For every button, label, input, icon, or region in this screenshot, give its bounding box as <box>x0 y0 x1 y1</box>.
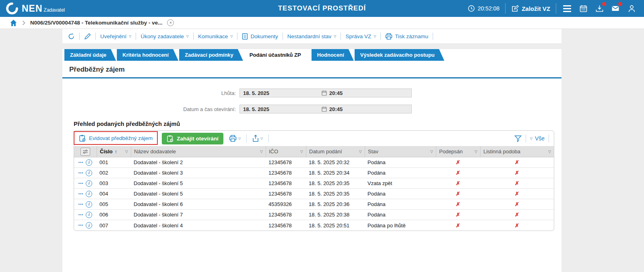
download-tray-icon <box>595 4 604 13</box>
opening-field[interactable]: 18. 5. 2025 20:45 <box>239 105 412 113</box>
start-opening-button[interactable]: Zahájit otevírání <box>162 133 223 144</box>
info-icon[interactable]: i <box>86 180 92 187</box>
cell-datum-podani: 18. 5. 2025 20:51 <box>306 220 365 231</box>
col-datum-podani[interactable]: Datum podání ▽ <box>306 146 365 157</box>
cross-icon: ✗ <box>515 180 519 186</box>
cell-datum-podani: 18. 5. 2025 20:32 <box>306 157 365 168</box>
cross-icon: ✗ <box>456 159 460 165</box>
cross-icon: ✗ <box>515 223 519 229</box>
clock-time: 20:52:08 <box>478 5 500 12</box>
cell-nazev-dodavatele: Dodavatel - školení 3 <box>131 168 266 178</box>
menu-komunikace[interactable]: Komunikace ▽ <box>198 33 233 39</box>
tab-hodnoceni[interactable]: Hodnocení <box>312 49 354 61</box>
column-filter-icon[interactable]: ▽ <box>298 150 303 154</box>
column-settings-icon <box>83 149 88 154</box>
col-ico[interactable]: IČO ▽ <box>266 146 306 157</box>
tab-zakladni-udaje[interactable]: Základní údaje <box>64 49 116 61</box>
menu-uverejneni[interactable]: Uveřejnění ▽ <box>100 33 131 39</box>
print-list-button[interactable]: ▽ <box>229 135 241 142</box>
cell-ico: 45359326 <box>266 199 306 210</box>
export-button[interactable]: ▽ <box>252 135 263 142</box>
filter-all-dropdown[interactable]: ▽ Vše <box>530 135 545 142</box>
row-menu-icon[interactable]: ••• <box>78 202 83 206</box>
table-header: Číslo ↑ ▽ Název dodavatele ▽ IČO ▽ Datum… <box>74 146 554 157</box>
main-menu-button[interactable] <box>562 3 572 14</box>
col-stav[interactable]: Stav ▽ <box>365 146 436 157</box>
deadline-time-value[interactable]: 20:45 <box>327 90 343 96</box>
cell-stav: Podána po lhůtě <box>365 220 436 231</box>
cross-icon: ✗ <box>515 170 519 176</box>
row-menu-icon[interactable]: ••• <box>78 213 83 217</box>
col-cislo[interactable]: Číslo ↑ ▽ <box>97 146 131 157</box>
cross-icon: ✗ <box>456 201 460 207</box>
cell-cislo: 005 <box>97 199 131 210</box>
row-menu-icon[interactable]: ••• <box>78 192 83 196</box>
table-row: ••• i 006 Dodavatel - školení 7 12345678… <box>74 210 554 220</box>
cell-nazev-dodavatele: Dodavatel - školení 7 <box>131 210 266 220</box>
info-icon[interactable]: i <box>86 222 92 229</box>
info-icon[interactable]: i <box>86 170 92 176</box>
opening-label: Datum a čas otevírání: <box>62 106 239 112</box>
cross-icon: ✗ <box>456 170 460 176</box>
calendar-small-icon[interactable] <box>322 90 327 96</box>
column-filter-icon[interactable]: ▽ <box>472 150 477 154</box>
filter-button[interactable] <box>514 135 522 142</box>
column-filter-icon[interactable]: ▽ <box>357 150 362 154</box>
deadline-date-value[interactable]: 18. 5. 2025 <box>240 90 322 96</box>
menu-dokumenty[interactable]: Dokumenty <box>242 33 278 40</box>
opening-date-value[interactable]: 18. 5. 2025 <box>240 106 322 112</box>
nen-logo[interactable]: NEN Zadavatel <box>6 2 65 15</box>
messages-button[interactable] <box>610 3 621 14</box>
tab-kriteria-hodnoceni[interactable]: Kritéria hodnocení <box>117 49 178 61</box>
table-row: ••• i 003 Dodavatel - školení 5 12345678… <box>74 178 554 189</box>
table-row: ••• i 001 Dodavatel - školení 2 12345678… <box>74 157 554 168</box>
home-icon[interactable] <box>10 19 17 27</box>
chevron-down-icon: ▽ <box>186 34 189 38</box>
column-filter-icon[interactable]: ▽ <box>428 150 433 154</box>
col-podepsan[interactable]: Podepsán ▽ <box>436 146 480 157</box>
col-listinna-podoba[interactable]: Listinná podoba ▽ <box>480 146 554 157</box>
row-menu-icon[interactable]: ••• <box>78 181 83 185</box>
downloads-button[interactable] <box>594 3 605 14</box>
deadline-field[interactable]: 18. 5. 2025 20:45 <box>239 89 412 97</box>
menu-nestandardni-stav[interactable]: Nestandardní stav ▽ <box>287 33 336 39</box>
cell-cislo: 006 <box>97 210 131 220</box>
cell-ico: 12345678 <box>266 168 306 178</box>
user-profile-button[interactable] <box>626 3 637 14</box>
chevron-down-icon: ▽ <box>334 34 336 38</box>
opening-time-value[interactable]: 20:45 <box>327 106 343 112</box>
column-filter-icon[interactable]: ▽ <box>258 150 263 154</box>
tab-vysledek-zadavaciho-postupu[interactable]: Výsledek zadávacího postupu <box>355 49 444 61</box>
cross-icon: ✗ <box>456 223 460 229</box>
register-interest-button[interactable]: Evidovat předběžný zájem <box>74 131 158 145</box>
tab-zadavaci-podminky[interactable]: Zadávací podmínky <box>179 49 243 61</box>
menu-sprava-vz[interactable]: Správa VZ ▽ <box>345 33 376 39</box>
column-filter-icon[interactable]: ▽ <box>123 150 128 154</box>
breadcrumb-record[interactable]: N006/25/V00004748 - Telekomunikační služ… <box>30 20 162 26</box>
refresh-button[interactable] <box>68 33 75 40</box>
calendar-button[interactable] <box>578 3 588 14</box>
print-record-button[interactable]: Tisk záznamu <box>385 33 428 40</box>
downloads-badge <box>602 2 606 6</box>
main-content: Uveřejnění ▽ Úkony zadavatele ▽ Komunika… <box>62 29 561 272</box>
edit-record-button[interactable] <box>84 33 91 40</box>
info-icon[interactable]: i <box>86 212 92 218</box>
info-icon[interactable]: i <box>86 159 92 166</box>
column-settings-button[interactable] <box>80 148 90 156</box>
tab-podani-ucastniku-zp[interactable]: Podání účastníků ZP <box>244 49 311 61</box>
logo-text: NEN <box>22 4 43 13</box>
close-record-icon[interactable]: × <box>167 19 174 26</box>
create-vz-button[interactable]: Založit VZ <box>511 5 550 12</box>
column-filter-icon[interactable]: ▽ <box>546 150 551 154</box>
row-menu-icon[interactable]: ••• <box>78 161 83 165</box>
info-icon[interactable]: i <box>86 201 92 208</box>
cell-nazev-dodavatele: Dodavatel - školení 5 <box>131 178 266 189</box>
info-icon[interactable]: i <box>86 191 92 197</box>
col-nazev-dodavatele[interactable]: Název dodavatele ▽ <box>131 146 266 157</box>
row-menu-icon[interactable]: ••• <box>78 171 83 175</box>
topbar-divider <box>556 3 556 14</box>
row-menu-icon[interactable]: ••• <box>78 223 83 227</box>
calendar-small-icon[interactable] <box>322 106 327 112</box>
breadcrumb-chevron-icon <box>22 21 25 25</box>
menu-ukony-zadavatele[interactable]: Úkony zadavatele ▽ <box>140 33 188 39</box>
